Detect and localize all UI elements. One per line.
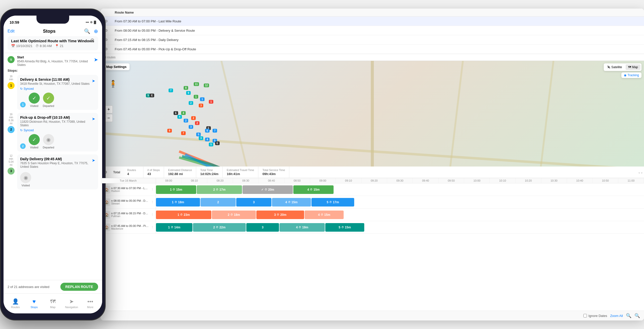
map-marker-o9[interactable]: 9 xyxy=(167,129,172,133)
settings-icon[interactable]: ⚙ xyxy=(90,37,95,43)
time-label: 22m xyxy=(219,226,225,229)
map-marker-9[interactable]: 9 xyxy=(186,91,191,95)
edit-button[interactable]: Edit xyxy=(8,29,15,33)
gantt-bar-4-4[interactable]: 4 ⏱ 19m xyxy=(279,223,325,232)
navigate-start-icon[interactable]: ➤ xyxy=(94,57,98,63)
gantt-bar-1-2[interactable]: 2 ⏱ 17m xyxy=(197,185,242,194)
map-marker-o2[interactable]: 2 xyxy=(191,116,196,120)
satellite-btn[interactable]: 🛰 Satellite xyxy=(605,64,625,70)
gantt-dots-1[interactable]: ⋮ xyxy=(151,188,154,191)
navigate-stop-1-icon[interactable]: ➤ xyxy=(92,78,95,83)
map-marker-7[interactable]: 7 xyxy=(169,89,173,92)
tracking-btn[interactable]: ◉ Tracking xyxy=(621,72,641,78)
route-count-label: 4 routes xyxy=(105,56,115,59)
route-row-4[interactable]: ⚙ From 07:45 AM to 05:00 PM - Pick-Up & … xyxy=(101,45,644,54)
stats-bar: ⚙ Total Routes 4 # of Stops 43 Estimated… xyxy=(101,167,644,178)
gantt-bar-1-1[interactable]: 1 ⏱ 15m xyxy=(156,185,196,194)
search-icon[interactable]: 🔍 xyxy=(84,28,90,34)
tracking-icon: ◉ xyxy=(624,73,626,77)
stop-1-departed-btn[interactable]: ✓ Departed xyxy=(43,93,54,107)
stop-1-visited-btn[interactable]: ✓ Visited xyxy=(29,93,40,107)
route-row-2[interactable]: ⚙ From 08:00 AM to 05:00 PM - Delivery &… xyxy=(101,26,644,35)
gantt-dots-3[interactable]: ⋮ xyxy=(151,213,154,216)
gantt-label-3: 🏠 n 07:15 AM to 08:15 PM - Daily Deli...… xyxy=(101,209,156,221)
map-marker-t3[interactable]: 3 xyxy=(199,136,203,140)
bottom-nav-bar: 👤 Routes ♥ Stops 🗺 Map ➤ Navigation ••• … xyxy=(4,293,102,313)
route-row-3[interactable]: ⚙ From 07:15 AM to 08:15 PM - Daily Deli… xyxy=(101,35,644,45)
nav-more-tab[interactable]: ••• More xyxy=(81,298,100,309)
map-marker-b1[interactable]: 1 xyxy=(200,97,205,101)
gantt-bar-4-2[interactable]: 2 ⏱ 22m xyxy=(193,223,246,232)
map-marker-e1[interactable]: E xyxy=(150,94,154,97)
map-marker-12[interactable]: 12 xyxy=(204,84,209,87)
nav-map-tab[interactable]: 🗺 Map xyxy=(44,298,62,309)
phone-device: 10:59 ▪▪▪ ⊛ ▓ Edit Stops 🔍 ⊕ Last Mile O… xyxy=(0,9,106,320)
map-marker-b4[interactable]: 4 xyxy=(205,138,210,141)
gantt-dots-2[interactable]: ⋮ xyxy=(151,200,154,204)
zoom-all-button[interactable]: Zoom All xyxy=(610,314,623,318)
map-btn[interactable]: 🗺 Map xyxy=(626,64,640,70)
gantt-bar-1-4[interactable]: 4 ⏱ 15m xyxy=(293,185,334,194)
map-marker-11[interactable]: 11 xyxy=(194,82,199,86)
map-marker-e4[interactable]: E xyxy=(215,141,220,145)
start-info: Start 8549 Almeda Rd Bldg. A, Houston, T… xyxy=(17,56,91,67)
zoom-in-gantt-button[interactable]: 🔍 xyxy=(626,313,631,318)
ignore-dates-control[interactable]: Ignore Dates xyxy=(583,314,607,318)
gantt-bar-3-4[interactable]: 4 ⏱ 15m xyxy=(305,211,344,219)
gantt-bar-3-2[interactable]: 2 ⏱ 18m xyxy=(212,211,256,219)
gantt-bar-3-3[interactable]: 3 ⏱ 20m xyxy=(256,211,304,219)
map-marker-r2[interactable]: 2 xyxy=(195,121,199,125)
stop-1-actions: 1 ✓ Visited ✓ Departed xyxy=(20,93,95,107)
map-settings-panel[interactable]: Map Settings xyxy=(103,63,130,70)
map-marker-b6[interactable]: 6 xyxy=(205,129,210,133)
map-marker-b3[interactable]: 3 xyxy=(189,125,193,129)
map-marker-o-low[interactable]: 7 xyxy=(181,131,186,135)
zoom-out-gantt-button[interactable]: 🔍 xyxy=(634,313,640,318)
gantt-bar-4-3[interactable]: 3 xyxy=(246,223,279,232)
gantt-bar-4-5[interactable]: 5 ⏱ 15m xyxy=(325,223,364,232)
map-marker-t2[interactable]: 2 xyxy=(189,101,193,105)
navigate-stop-2-icon[interactable]: ➤ xyxy=(92,116,95,121)
route-row-1[interactable]: ⚙ From 07:30 AM to 07:00 PM - Last Mile … xyxy=(101,17,644,26)
map-marker-t5[interactable]: 5 xyxy=(209,143,213,146)
map-marker-b5[interactable]: 5 xyxy=(196,133,201,136)
map-marker-e2[interactable]: E xyxy=(174,111,178,115)
gantt-person-4: Mackenzie xyxy=(111,227,149,230)
stop-2-visited-btn[interactable]: ✓ Visited xyxy=(29,134,40,149)
nav-navigation-tab[interactable]: ➤ Navigation xyxy=(62,298,81,309)
ignore-dates-checkbox[interactable] xyxy=(583,314,587,317)
nav-stops-tab[interactable]: ♥ Stops xyxy=(25,298,43,309)
gantt-bar-2-2[interactable]: 2 xyxy=(200,198,236,207)
gantt-bar-1-3[interactable]: ✓ ⏱ 20m xyxy=(243,185,293,194)
stats-expand-icon[interactable]: ⌄⌄ xyxy=(637,170,644,175)
map-marker-b2[interactable]: 2 xyxy=(184,119,188,122)
gantt-bars-2: 1 ⏱ 18m 2 3 4 ⏱ 15m xyxy=(156,197,644,207)
time-label: 17m xyxy=(333,200,339,204)
stats-distance-cell: Estimated Distance 192.88 mi xyxy=(164,167,196,178)
nav-routes-tab[interactable]: 👤 Routes xyxy=(6,298,25,309)
stops-icon: ♥ xyxy=(32,298,36,305)
gantt-bar-2-5[interactable]: 5 ⏱ 17m xyxy=(311,198,354,207)
timeline-left-1: 16 min 1 xyxy=(8,75,15,110)
gantt-bar-2-3[interactable]: 3 xyxy=(236,198,271,207)
gantt-bar-2-4[interactable]: 4 ⏱ 15m xyxy=(272,198,311,207)
stop-3-fingerprint-circle: ◉ xyxy=(20,172,31,183)
gantt-bar-4-1[interactable]: 1 ⏱ 14m xyxy=(156,223,192,232)
map-marker-b7[interactable]: 7 xyxy=(213,129,217,133)
map-marker-8[interactable]: 8 xyxy=(184,86,188,90)
map-marker-g4[interactable]: 4 xyxy=(181,111,186,115)
add-icon[interactable]: ⊕ xyxy=(94,28,98,34)
stop-2-departed-btn[interactable]: ◉ Departed xyxy=(43,134,54,149)
gantt-bar-2-1[interactable]: 1 ⏱ 18m xyxy=(156,198,200,207)
gantt-dots-4[interactable]: ⋮ xyxy=(151,226,154,229)
map-marker-g1[interactable]: 1 xyxy=(194,95,198,99)
gantt-row-4: 🏠 n 07:45 AM to 05:00 PM - Pick-Up &... … xyxy=(101,221,644,234)
map-marker-r1[interactable]: 1 xyxy=(209,100,213,104)
replan-route-button[interactable]: REPLAN ROUTE xyxy=(60,283,98,291)
gantt-bar-3-1[interactable]: 1 ⏱ 23m xyxy=(156,211,211,219)
route-title: Last Mile Optimized Route with Time Wind… xyxy=(11,39,95,43)
stop-3-fingerprint-btn[interactable]: ◉ Visited xyxy=(20,172,31,187)
map-marker-o3[interactable]: 3 xyxy=(199,104,203,107)
map-marker-t4[interactable]: 4 xyxy=(177,115,182,119)
navigate-stop-3-icon[interactable]: ➤ xyxy=(92,158,95,163)
